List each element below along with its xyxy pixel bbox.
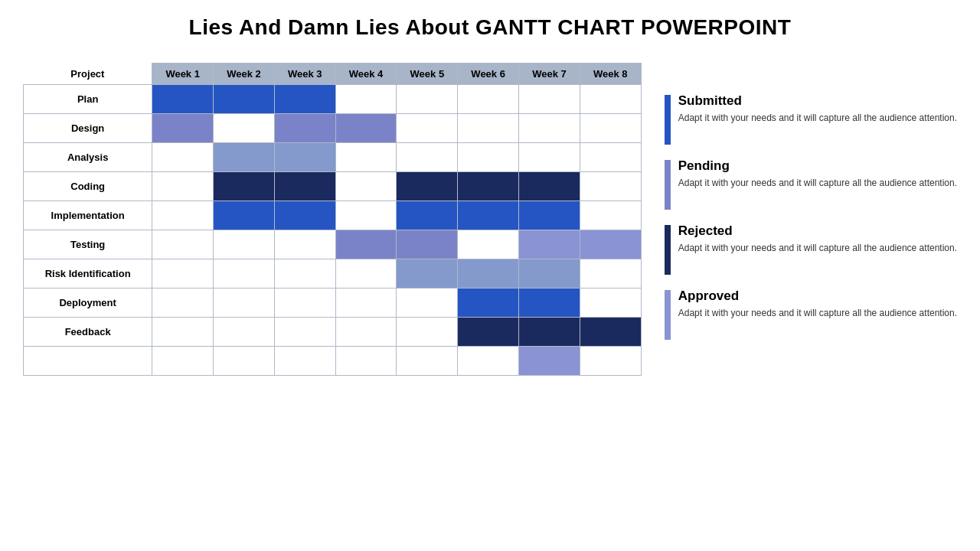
- gantt-cell: [519, 201, 580, 230]
- gantt-cell: [274, 318, 335, 347]
- table-row: Implementation: [24, 201, 642, 230]
- week-header: Week 2: [214, 64, 275, 85]
- gantt-cell: [214, 347, 275, 376]
- legend: SubmittedAdapt it with your needs and it…: [665, 63, 957, 340]
- gantt-cell: [274, 259, 335, 289]
- gantt-cell: [214, 230, 275, 259]
- gantt-cell: [458, 201, 519, 230]
- gantt-cell: [519, 318, 580, 347]
- gantt-cell: [397, 114, 458, 143]
- gantt-cell: [458, 172, 519, 201]
- gantt-cell: [397, 347, 458, 376]
- gantt-cell: [335, 259, 397, 289]
- week-header: Week 6: [458, 64, 519, 85]
- legend-color-bar: [665, 95, 671, 145]
- page: Lies And Damn Lies About GANTT CHART POW…: [0, 0, 980, 551]
- gantt-cell: [335, 318, 397, 347]
- legend-desc: Adapt it with your needs and it will cap…: [678, 241, 957, 255]
- row-label: Design: [24, 114, 152, 143]
- gantt-cell: [580, 114, 641, 143]
- legend-desc: Adapt it with your needs and it will cap…: [678, 111, 957, 125]
- gantt-cell: [152, 230, 214, 259]
- gantt-cell: [580, 172, 641, 201]
- gantt-cell: [152, 201, 214, 230]
- week-header: Week 5: [397, 64, 458, 85]
- gantt-cell: [458, 289, 519, 318]
- week-header: Week 1: [152, 64, 214, 85]
- row-label: Deployment: [24, 289, 152, 318]
- gantt-cell: [519, 347, 580, 376]
- gantt-cell: [274, 85, 335, 114]
- gantt-cell: [152, 259, 214, 289]
- gantt-cell: [519, 143, 580, 172]
- row-label: [24, 347, 152, 376]
- gantt-cell: [214, 289, 275, 318]
- gantt-cell: [152, 318, 214, 347]
- row-label: Risk Identification: [24, 259, 152, 289]
- gantt-cell: [214, 259, 275, 289]
- row-label: Feedback: [24, 318, 152, 347]
- gantt-cell: [397, 143, 458, 172]
- gantt-cell: [274, 143, 335, 172]
- gantt-cell: [397, 85, 458, 114]
- gantt-cell: [458, 85, 519, 114]
- legend-item-submitted: SubmittedAdapt it with your needs and it…: [665, 93, 957, 145]
- table-row: Deployment: [24, 289, 642, 318]
- table-row: Feedback: [24, 318, 642, 347]
- gantt-cell: [335, 289, 397, 318]
- gantt-cell: [274, 289, 335, 318]
- gantt-cell: [519, 259, 580, 289]
- table-row: Design: [24, 114, 642, 143]
- table-row: [24, 347, 642, 376]
- gantt-cell: [274, 201, 335, 230]
- gantt-cell: [335, 347, 397, 376]
- gantt-cell: [458, 259, 519, 289]
- gantt-cell: [214, 172, 275, 201]
- table-row: Coding: [24, 172, 642, 201]
- gantt-cell: [152, 114, 214, 143]
- gantt-cell: [580, 259, 641, 289]
- legend-title: Rejected: [678, 223, 957, 239]
- gantt-cell: [458, 347, 519, 376]
- legend-color-bar: [665, 225, 671, 275]
- gantt-cell: [519, 114, 580, 143]
- gantt-cell: [519, 85, 580, 114]
- legend-title: Approved: [678, 289, 957, 304]
- row-label: Analysis: [24, 143, 152, 172]
- gantt-cell: [519, 172, 580, 201]
- gantt-cell: [580, 85, 641, 114]
- row-label: Plan: [24, 85, 152, 114]
- gantt-cell: [580, 143, 641, 172]
- table-row: Plan: [24, 85, 642, 114]
- gantt-cell: [214, 143, 275, 172]
- gantt-cell: [274, 114, 335, 143]
- gantt-cell: [274, 230, 335, 259]
- gantt-cell: [152, 172, 214, 201]
- gantt-cell: [580, 318, 641, 347]
- row-label: Implementation: [24, 201, 152, 230]
- legend-color-bar: [665, 290, 671, 340]
- page-title: Lies And Damn Lies About GANTT CHART POW…: [189, 15, 792, 40]
- gantt-cell: [519, 289, 580, 318]
- gantt-cell: [214, 114, 275, 143]
- gantt-cell: [519, 230, 580, 259]
- legend-desc: Adapt it with your needs and it will cap…: [678, 306, 957, 320]
- gantt-cell: [152, 347, 214, 376]
- gantt-cell: [397, 318, 458, 347]
- week-header: Week 8: [580, 64, 641, 85]
- gantt-cell: [335, 114, 397, 143]
- gantt-cell: [397, 289, 458, 318]
- gantt-cell: [397, 172, 458, 201]
- gantt-cell: [580, 347, 641, 376]
- gantt-cell: [580, 201, 641, 230]
- table-row: Testing: [24, 230, 642, 259]
- legend-item-pending: PendingAdapt it with your needs and it w…: [665, 158, 957, 210]
- table-row: Analysis: [24, 143, 642, 172]
- gantt-cell: [274, 172, 335, 201]
- gantt-cell: [152, 85, 214, 114]
- week-header: Week 7: [519, 64, 580, 85]
- legend-title: Submitted: [678, 93, 957, 109]
- content-area: Project Week 1Week 2Week 3Week 4Week 5We…: [23, 63, 957, 376]
- gantt-table: Project Week 1Week 2Week 3Week 4Week 5We…: [23, 63, 642, 376]
- gantt-cell: [397, 201, 458, 230]
